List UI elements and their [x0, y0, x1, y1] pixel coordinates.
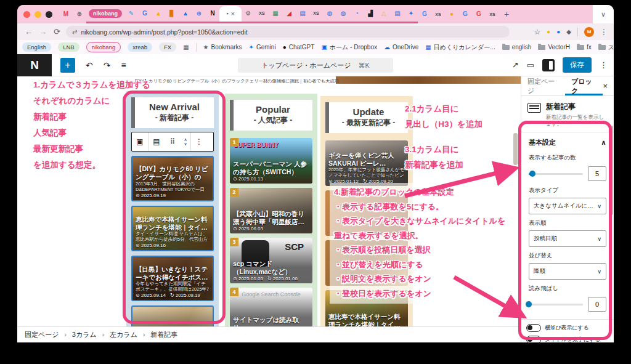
article-card[interactable]: 【目黒】いきなり！ステーキでお得なイチボス…今年もやってきた期間限定「イチボステ… [131, 256, 214, 301]
site-settings-icon[interactable]: ⇄ [72, 28, 77, 35]
toggle-switch[interactable] [526, 336, 541, 342]
zoom-window-button[interactable] [46, 11, 52, 18]
breadcrumb-item[interactable]: 固定ページ [25, 330, 59, 339]
settings-sidebar-toggle[interactable] [542, 59, 555, 71]
close-icon[interactable]: × [603, 81, 614, 91]
block-type-icon[interactable]: ▤ [149, 137, 165, 146]
browser-tab[interactable]: XS [486, 5, 499, 23]
tab-block[interactable]: ブロック [565, 76, 603, 95]
browser-tab[interactable]: XS [255, 5, 269, 22]
extension-icon[interactable]: ● [556, 29, 560, 35]
browser-tab[interactable]: △ [377, 5, 391, 22]
browser-tab[interactable]: G [472, 5, 486, 23]
browser-tab[interactable]: XS [431, 5, 445, 23]
browser-tab[interactable]: ▲ [152, 5, 165, 22]
browser-tab[interactable]: M [59, 5, 73, 23]
list-view-button[interactable]: ≡ [121, 60, 126, 70]
new-tab-button[interactable]: + [504, 9, 509, 19]
address-bar[interactable]: ⇄ nikobang.com/wp-admin/post.php?post=10… [66, 26, 510, 38]
tab-group-label[interactable]: nikobang [89, 9, 122, 18]
tab-page[interactable]: 固定ページ [521, 76, 565, 95]
display-type-select[interactable]: 大きなサムネイルにタイトルを… ∨ [529, 198, 606, 214]
order-by-select[interactable]: 投稿日順 ∨ [529, 230, 606, 247]
bookmark-item[interactable]: ★Bookmarks [203, 44, 242, 51]
browser-tab[interactable]: ▲ [179, 5, 192, 22]
bookmark-item[interactable]: FX [159, 42, 176, 52]
extensions-puzzle-icon[interactable]: ◆ [566, 29, 571, 35]
browser-tab[interactable]: XS [309, 5, 323, 22]
active-tab[interactable]: ▪× [219, 6, 242, 22]
document-title-button[interactable]: トップページ・ホームページ ⌘K [238, 58, 393, 73]
bookmark-star-icon[interactable]: ☆ [534, 28, 540, 36]
bookmark-item[interactable]: nikobang [86, 42, 121, 52]
bookmark-item[interactable]: スプレッドシート [598, 43, 614, 52]
drag-handle[interactable]: ⠿ [165, 137, 181, 146]
article-list-row[interactable]: 【DIY】カリモク60 リビングテーブル（小）のブラックチェリー材の傷補修に挑戦… [132, 78, 339, 84]
block-inserter-button[interactable]: + [60, 58, 75, 73]
breadcrumb-item[interactable]: 左カラム [110, 330, 137, 339]
breadcrumb-item[interactable]: 新着記事 [150, 330, 177, 339]
tab-close-icon[interactable]: × [230, 10, 234, 17]
browser-tab[interactable]: ✦ [404, 5, 418, 22]
close-window-button[interactable] [23, 11, 30, 18]
skip-slider[interactable] [529, 304, 583, 305]
bookmark-item[interactable]: LNB [58, 42, 79, 52]
browser-tab[interactable]: ▦ [269, 5, 282, 22]
minimize-window-button[interactable] [35, 11, 41, 18]
skip-input[interactable]: 0 [588, 297, 606, 312]
forward-button[interactable]: → [38, 27, 48, 36]
back-button[interactable]: ← [23, 27, 34, 36]
browser-tab[interactable]: ● [445, 5, 458, 23]
bookmark-item[interactable]: VectorH [538, 44, 570, 51]
bookmark-item[interactable]: ●ChatGPT [283, 44, 315, 51]
site-logo[interactable]: N [17, 54, 52, 76]
sidebar-scrollbar[interactable] [610, 126, 613, 215]
editor-options-icon[interactable]: ⋮ [600, 60, 608, 70]
bookmark-item[interactable]: xreab [128, 42, 152, 52]
column-heading[interactable]: Update- 最新更新記事 - [325, 102, 408, 133]
bookmark-item[interactable]: English [22, 42, 51, 52]
move-up-icon[interactable]: ∧ [181, 137, 190, 142]
basic-settings-panel-header[interactable]: 基本設定 ∧ [521, 132, 614, 151]
article-card[interactable]: 4Google Search Consoleサイトマップは読み取り… [230, 288, 312, 326]
article-card[interactable]: 恵比寿で本格イサーン料理ランチを堪能｜タイ…タイ・イサーン料理 ヤムヤムは、恵比… [131, 206, 214, 251]
bookmark-item[interactable]: ▣ホーム - Dropbox [321, 43, 377, 52]
column-heading[interactable]: Popular- 人気記事 - [230, 100, 312, 131]
article-card[interactable]: 【蒲田 とんかつ大希】京急蒲田駅すぐ！SPF豚…蒲田には何度も通いたくなる… [131, 305, 214, 326]
posts-count-slider[interactable] [529, 173, 583, 175]
undo-button[interactable]: ↶ [86, 60, 93, 70]
preview-desktop-icon[interactable]: ▭ [527, 60, 534, 70]
extension-icon[interactable]: ● [547, 29, 550, 35]
bookmark-item[interactable]: ✦Gemini [249, 44, 276, 51]
sort-select[interactable]: 降順 ∨ [529, 263, 606, 280]
move-down-icon[interactable]: ∨ [181, 142, 190, 146]
bookmark-item[interactable]: ▦ [183, 44, 189, 51]
browser-menu-icon[interactable]: ⋮ [600, 28, 608, 36]
browser-tab[interactable]: ⊕ [192, 5, 206, 22]
browser-tab[interactable]: G [458, 5, 472, 23]
bookmark-item[interactable]: ▦日めくりカレンダー... [425, 43, 495, 52]
tab-search-button[interactable]: ∨ [593, 5, 614, 23]
article-card[interactable]: 3SCPscp コマンド（Linux,macなど）⊙ 2025.01.05↻ 2… [230, 238, 312, 283]
column-popular[interactable]: Popular- 人気記事 -1SUPER BUNNYスーパーバニーマン 人参の… [225, 94, 317, 326]
bookmark-item[interactable]: english [502, 44, 532, 51]
profile-avatar[interactable]: M [584, 27, 594, 37]
article-card[interactable]: 2【武蔵小山】昭和の香り漂う街中華「明星飯店…⊙ 2025.06.03 [230, 188, 312, 233]
browser-tab[interactable]: ▟ [364, 5, 377, 22]
posts-count-input[interactable]: 5 [588, 166, 606, 181]
browser-tab[interactable]: G [418, 5, 431, 23]
browser-tab[interactable]: ◢ [282, 5, 296, 22]
browser-tab[interactable]: ✎ [124, 5, 138, 22]
browser-tab[interactable]: N [206, 5, 219, 22]
article-card[interactable]: ギターを弾くピン芸人 SAKURAI ピーレ…2025年、年末にフット後藤さんが… [325, 140, 408, 186]
view-post-icon[interactable]: ↗ [512, 60, 519, 70]
browser-tab[interactable]: ⊕ [73, 5, 86, 23]
reload-button[interactable]: ⟳ [52, 27, 62, 36]
browser-tab[interactable]: ▤ [296, 5, 309, 22]
browser-tab[interactable]: ▤ [391, 5, 404, 22]
browser-tab[interactable]: ⚙ [242, 5, 255, 22]
bookmark-item[interactable]: ☁OneDrive [384, 44, 418, 51]
browser-tab[interactable]: ◍ [336, 5, 350, 22]
browser-tab[interactable]: ▊ [165, 5, 179, 22]
breadcrumb-item[interactable]: 3カラム [72, 330, 97, 339]
